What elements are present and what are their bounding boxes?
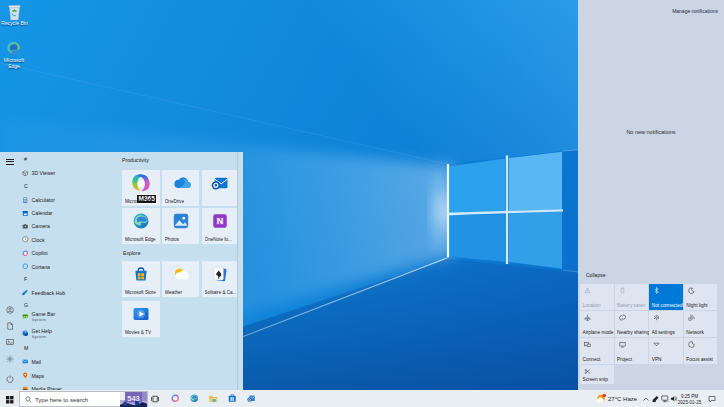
- svg-text:?: ?: [24, 332, 26, 336]
- svg-text:N: N: [217, 217, 224, 227]
